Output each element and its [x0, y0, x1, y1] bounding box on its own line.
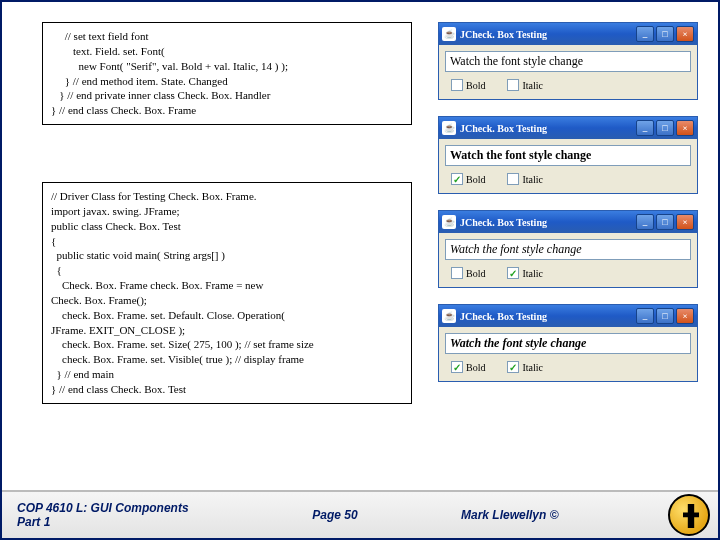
footer-page: Page 50	[224, 508, 446, 522]
close-button[interactable]: ×	[676, 26, 694, 42]
italic-label: Italic	[522, 80, 543, 91]
titlebar[interactable]: ☕ JCheck. Box Testing _ □ ×	[439, 117, 697, 139]
titlebar[interactable]: ☕ JCheck. Box Testing _ □ ×	[439, 211, 697, 233]
code-line: {	[51, 263, 403, 278]
sample-textfield[interactable]: Watch the font style change	[445, 333, 691, 354]
java-icon: ☕	[442, 27, 456, 41]
minimize-button[interactable]: _	[636, 214, 654, 230]
maximize-button[interactable]: □	[656, 308, 674, 324]
window-bold: ☕ JCheck. Box Testing _ □ × Watch the fo…	[438, 116, 698, 194]
code-line: {	[51, 234, 403, 249]
bold-checkbox[interactable]	[451, 79, 463, 91]
footer-author: Mark Llewellyn ©	[446, 508, 668, 522]
code-line: } // end private inner class Check. Box.…	[51, 88, 403, 103]
code-line: check. Box. Frame. set. Default. Close. …	[51, 308, 403, 323]
window-title: JCheck. Box Testing	[460, 217, 636, 228]
maximize-button[interactable]: □	[656, 26, 674, 42]
maximize-button[interactable]: □	[656, 214, 674, 230]
code-line: } // end class Check. Box. Test	[51, 382, 403, 397]
bold-checkbox[interactable]: ✓	[451, 173, 463, 185]
code-line: } // end main	[51, 367, 403, 382]
code-line: import javax. swing. JFrame;	[51, 204, 403, 219]
window-plain: ☕ JCheck. Box Testing _ □ × Watch the fo…	[438, 22, 698, 100]
code-block-2: // Driver Class for Testing Check. Box. …	[42, 182, 412, 404]
sample-textfield[interactable]: Watch the font style change	[445, 145, 691, 166]
bold-label: Bold	[466, 268, 485, 279]
code-line: // set text field font	[51, 29, 403, 44]
bold-checkbox[interactable]: ✓	[451, 361, 463, 373]
minimize-button[interactable]: _	[636, 308, 654, 324]
italic-label: Italic	[522, 268, 543, 279]
italic-checkbox[interactable]	[507, 79, 519, 91]
ucf-logo-icon	[668, 494, 710, 536]
sample-textfield[interactable]: Watch the font style change	[445, 239, 691, 260]
code-line: new Font( "Serif", val. Bold + val. Ital…	[51, 59, 403, 74]
bold-checkbox[interactable]	[451, 267, 463, 279]
java-icon: ☕	[442, 309, 456, 323]
bold-label: Bold	[466, 80, 485, 91]
code-line: public class Check. Box. Test	[51, 219, 403, 234]
code-block-1: // set text field font text. Field. set.…	[42, 22, 412, 125]
bold-label: Bold	[466, 362, 485, 373]
close-button[interactable]: ×	[676, 308, 694, 324]
minimize-button[interactable]: _	[636, 26, 654, 42]
maximize-button[interactable]: □	[656, 120, 674, 136]
italic-checkbox[interactable]: ✓	[507, 267, 519, 279]
code-line: Check. Box. Frame();	[51, 293, 403, 308]
italic-label: Italic	[522, 174, 543, 185]
close-button[interactable]: ×	[676, 120, 694, 136]
code-line: public static void main( String args[] )	[51, 248, 403, 263]
window-title: JCheck. Box Testing	[460, 123, 636, 134]
code-line: // Driver Class for Testing Check. Box. …	[51, 189, 403, 204]
titlebar[interactable]: ☕ JCheck. Box Testing _ □ ×	[439, 23, 697, 45]
italic-label: Italic	[522, 362, 543, 373]
footer-course: COP 4610 L: GUI Components Part 1	[2, 501, 224, 529]
minimize-button[interactable]: _	[636, 120, 654, 136]
screenshots-column: ☕ JCheck. Box Testing _ □ × Watch the fo…	[438, 22, 698, 398]
italic-checkbox[interactable]	[507, 173, 519, 185]
italic-checkbox[interactable]: ✓	[507, 361, 519, 373]
titlebar[interactable]: ☕ JCheck. Box Testing _ □ ×	[439, 305, 697, 327]
code-line: check. Box. Frame. set. Visible( true );…	[51, 352, 403, 367]
code-line: check. Box. Frame. set. Size( 275, 100 )…	[51, 337, 403, 352]
code-line: } // end method item. State. Changed	[51, 74, 403, 89]
window-title: JCheck. Box Testing	[460, 29, 636, 40]
code-line: JFrame. EXIT_ON_CLOSE );	[51, 323, 403, 338]
code-line: text. Field. set. Font(	[51, 44, 403, 59]
bold-label: Bold	[466, 174, 485, 185]
window-bold-italic: ☕ JCheck. Box Testing _ □ × Watch the fo…	[438, 304, 698, 382]
code-line: Check. Box. Frame check. Box. Frame = ne…	[51, 278, 403, 293]
code-line: } // end class Check. Box. Frame	[51, 103, 403, 118]
window-italic: ☕ JCheck. Box Testing _ □ × Watch the fo…	[438, 210, 698, 288]
close-button[interactable]: ×	[676, 214, 694, 230]
window-title: JCheck. Box Testing	[460, 311, 636, 322]
java-icon: ☕	[442, 121, 456, 135]
footer-bar: COP 4610 L: GUI Components Part 1 Page 5…	[2, 490, 718, 538]
sample-textfield[interactable]: Watch the font style change	[445, 51, 691, 72]
java-icon: ☕	[442, 215, 456, 229]
